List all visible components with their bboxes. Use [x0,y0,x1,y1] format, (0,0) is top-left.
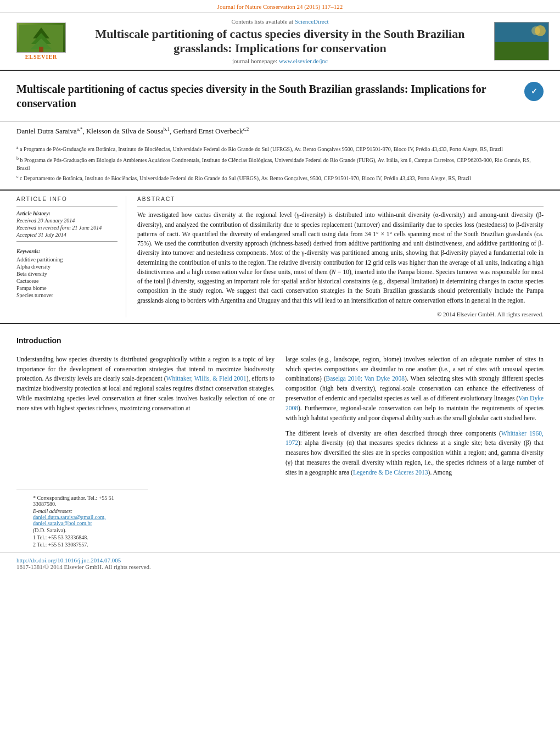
keyword-2: Alpha diversity [16,264,117,270]
footnotes-area: * Corresponding author. Tel.: +55 51 330… [0,483,560,552]
citation-text: Journal for Nature Conservation 24 (2015… [217,3,343,10]
author-name-1: Daniel Dutra Saraiva [16,127,77,135]
ref-whittaker-1960[interactable]: Whittaker 1960, 1972 [285,430,544,447]
keyword-6: Species turnover [16,292,117,298]
corresponding-author-note: * Corresponding author. Tel.: +55 51 330… [33,495,132,507]
ref-whittaker-2001[interactable]: Whittaker, Willis, & Field 2001 [166,375,247,382]
abstract-title: ABSTRACT [137,196,544,202]
intro-col-left: Understanding how species diversity is d… [16,355,275,483]
journal-citation: Journal for Nature Conservation 24 (2015… [0,0,560,13]
keywords-list: Additive partitioning Alpha diversity Be… [16,256,117,298]
elsevier-logo-container: ELSEVIER [11,23,71,60]
doi-anchor[interactable]: http://dx.doi.org/10.1016/j.jnc.2014.07.… [16,557,121,564]
article-info-title: ARTICLE INFO [16,196,117,202]
author-names: Daniel Dutra Saraivaa,*, Kleisson da Sil… [16,126,544,136]
keywords-section: Keywords: Additive partitioning Alpha di… [16,248,117,298]
footnotes: * Corresponding author. Tel.: +55 51 330… [16,489,148,552]
author-name-2: Kleisson da Silva de Sousa [86,127,164,135]
email-note: E-mail addresses: daniel.dutra.saraiva@g… [33,508,132,526]
bottom-bar: http://dx.doi.org/10.1016/j.jnc.2014.07.… [0,552,560,574]
contents-label: Contents lists available at [231,18,293,25]
author-name-3: Gerhard Ernst Overbeck [173,127,243,135]
keyword-3: Beta diversity [16,271,117,277]
three-word: three [450,430,463,437]
contents-available-line: Contents lists available at ScienceDirec… [71,18,489,25]
article-body: Introduction [0,323,560,355]
keyword-4: Cactaceae [16,278,117,284]
intro-right-para-2: The different levels of diversity are of… [285,429,544,478]
journal-name: Multiscale partitioning of cactus specie… [71,27,489,55]
intro-left-para: Understanding how species diversity is d… [16,355,275,414]
ref-van-dyke-2008[interactable]: Van Dyke 2008 [285,395,544,411]
bottom-copyright: 1617-1381/© 2014 Elsevier GmbH. All righ… [16,564,544,570]
abstract-text: We investigated how cactus diversity at … [137,210,544,305]
journal-thumbnail [494,22,549,60]
elsevier-logo: ELSEVIER [11,23,71,60]
received-date: Received 20 January 2014 [16,217,117,224]
affiliation-c: c c Departamento de Botânica, Instituto … [16,174,544,182]
svg-point-12 [531,26,540,35]
crossmark-icon[interactable]: ✓ [524,82,544,101]
article-title: Multiscale partitioning of cactus specie… [16,82,516,110]
email-suffix: (D.D. Saraiva). [33,527,132,533]
homepage-line: journal homepage: www.elsevier.de/jnc [71,58,489,64]
sciencedirect-link[interactable]: ScienceDirect [295,18,329,25]
abstract-content: We investigated how cactus diversity at … [137,210,544,305]
introduction-body: Understanding how species diversity is d… [0,355,560,483]
received-revised-date: Received in revised form 21 June 2014 [16,225,117,231]
keywords-title: Keywords: [16,248,117,254]
divider-1 [16,207,117,207]
keyword-1: Additive partitioning [16,256,117,263]
article-info-abstract-section: ARTICLE INFO Article history: Received 2… [0,191,560,323]
affiliation-b: b b Programa de Pós-Graduação em Biologi… [16,155,544,172]
article-history: Article history: Received 20 January 201… [16,210,117,238]
accepted-date: Accepted 31 July 2014 [16,232,117,238]
homepage-link[interactable]: www.elsevier.de/jnc [279,58,328,64]
intro-col-right: large scales (e.g., landscape, region, b… [285,355,544,483]
elsevier-label: ELSEVIER [25,54,58,60]
affiliations-section: a a Programa de Pós-Graduação em Botânic… [0,142,560,191]
journal-center-info: Contents lists available at ScienceDirec… [71,18,489,64]
svg-rect-4 [39,47,43,52]
journal-thumbnail-container [489,22,549,60]
homepage-label: journal homepage: [232,58,277,64]
introduction-heading: Introduction [16,336,544,345]
authors-section: Daniel Dutra Saraivaa,*, Kleisson da Sil… [0,122,560,142]
divider-3 [137,207,544,207]
crossmark-container[interactable]: ✓ [516,82,544,101]
intro-right-para-1: large scales (e.g., landscape, region, b… [285,355,544,423]
ref-legendre-2013[interactable]: Legendre & De Cáceres 2013 [353,469,428,476]
email-link-1[interactable]: daniel.dutra.saraiva@gmail.com, daniel.s… [33,514,106,526]
svg-rect-6 [495,42,548,60]
journal-header: ELSEVIER Contents lists available at Sci… [0,13,560,71]
svg-rect-11 [495,23,548,42]
abstract-copyright: © 2014 Elsevier GmbH. All rights reserve… [137,311,544,317]
email-label: E-mail addresses: [33,508,72,514]
article-info-column: ARTICLE INFO Article history: Received 2… [16,196,126,317]
doi-link[interactable]: http://dx.doi.org/10.1016/j.jnc.2014.07.… [16,557,544,564]
article-title-section: Multiscale partitioning of cactus specie… [0,71,560,122]
affiliation-a: a a Programa de Pós-Graduação em Botânic… [16,144,544,153]
article-title-content: Multiscale partitioning of cactus specie… [16,82,516,116]
footnote-1: 1 Tel.: +55 53 32336848. [33,534,132,540]
keyword-5: Pampa biome [16,285,117,291]
divider-2 [16,241,117,242]
abstract-column: ABSTRACT We investigated how cactus dive… [137,196,544,317]
history-title: Article history: [16,210,117,216]
ref-baselga-2010[interactable]: Baselga 2010; Van Dyke 2008 [326,375,405,382]
footnote-2: 2 Tel.: +55 51 33087557. [33,542,132,548]
elsevier-tree-image [16,23,66,53]
